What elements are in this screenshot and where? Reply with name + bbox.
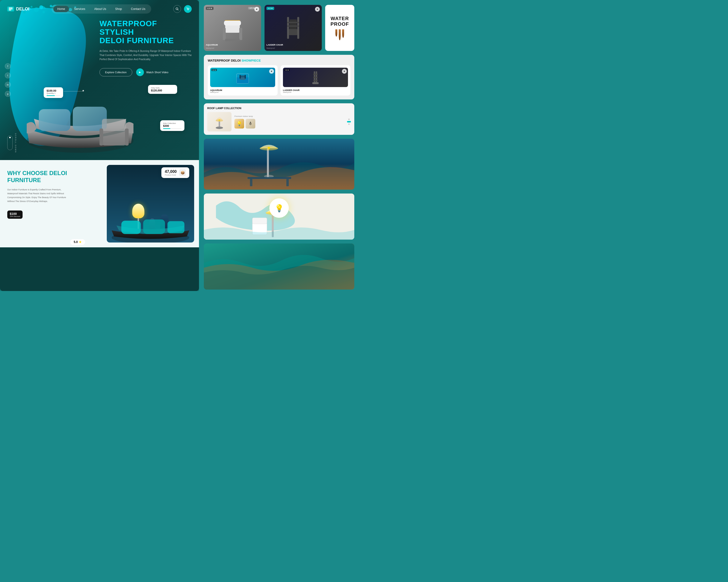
aquarium-svg (235, 70, 250, 85)
ladder-chair-svg (309, 70, 321, 85)
chair1-label: AQUARIUM (206, 44, 218, 46)
showpiece-products: 4.8 ★ ♥ AQUARIUM Waterproof (208, 65, 350, 95)
progress-bar-1 (47, 95, 60, 96)
dot-active (347, 121, 351, 122)
lamp-thumb-1[interactable]: 💡 (234, 119, 244, 129)
scroll-down: SCROLL DOWN (7, 133, 17, 153)
showpiece-section: WATERPROOF DELOI SHOWPIECE (204, 55, 354, 100)
dot-indicators (347, 118, 351, 125)
why-title-main: WHY CHOOSE DELOI (7, 170, 67, 176)
hero-sofa (19, 80, 141, 153)
svg-rect-32 (225, 39, 240, 41)
svg-rect-63 (286, 179, 289, 186)
chair2-heart[interactable]: ♥ (315, 7, 320, 11)
discount-label: 10% Discount (10, 216, 20, 217)
price-card-sofa: $100.00 Quantity 1 (44, 87, 63, 98)
vase-svg (204, 139, 354, 190)
hero-section: f t in p WATERPROOF STYLISH DELOI FURNIT… (0, 0, 199, 160)
svg-rect-25 (121, 221, 141, 234)
why-text-content: WHY CHOOSE DELOI FURNITURE Our Indoor Fu… (7, 170, 75, 203)
watch-video-button[interactable]: ▶ Watch Short Video (136, 68, 168, 76)
vase-section (204, 139, 354, 190)
drip-3 (342, 29, 344, 38)
svg-rect-57 (267, 148, 269, 177)
product-sold-icon: 📦 (179, 169, 186, 176)
scroll-dot (9, 137, 11, 138)
lamp-desc: Premium indoor lamp (234, 115, 344, 117)
drip-decoration (335, 29, 344, 40)
lamp-thumb-2[interactable]: 🕯 (245, 119, 255, 129)
nav-contact[interactable]: Contact Us (127, 6, 149, 12)
only-sofa-label: Only Sofa (151, 87, 162, 89)
watch-label: Watch Short Video (146, 71, 168, 74)
hero-description: At Deloi, We Take Pride In Offering A St… (100, 49, 192, 61)
svg-rect-21 (102, 119, 126, 131)
white-lamp-section: 💡 (204, 194, 354, 240)
cart-button[interactable] (184, 5, 192, 13)
svg-point-53 (216, 127, 223, 129)
chair1-svg (220, 13, 244, 43)
why-title: WHY CHOOSE DELOI FURNITURE (7, 170, 75, 184)
svg-rect-18 (39, 109, 70, 131)
why-title-highlight: FURNITURE (7, 177, 41, 183)
lamp-info: Premium indoor lamp 💡 🕯 (234, 115, 344, 129)
linkedin-icon[interactable]: in (5, 82, 11, 87)
chair1-sublabel: Waterproof (206, 47, 214, 49)
svg-rect-45 (244, 75, 246, 79)
drip-1 (335, 29, 337, 37)
showpiece-title: WATERPROOF DELOI SHOWPIECE (208, 59, 350, 62)
aquarium-heart[interactable]: ♥ (269, 69, 274, 74)
only-sofa-price: $120,000 (151, 89, 162, 92)
logo-icon (7, 6, 14, 11)
svg-rect-22 (100, 129, 103, 145)
chair1-heart[interactable]: ♥ (254, 7, 259, 11)
svg-rect-68 (252, 218, 267, 224)
nav-shop[interactable]: Shop (111, 6, 126, 12)
chair2-svg (282, 15, 304, 41)
nav-home[interactable]: Home (53, 6, 69, 12)
svg-rect-23 (125, 129, 129, 145)
showpiece-title-highlight: SHOWPIECE (241, 59, 261, 62)
hero-title-line1: WATERPROOF STYLISH (100, 19, 157, 36)
aquarium-type: Waterproof (210, 91, 275, 93)
chair-card-1: 4.8 ★ VIP Clients AQUARIUM Waterpro (204, 5, 261, 51)
lamp-collection-section: ROOF LAMP COLLECTION Premium indoor lamp (204, 103, 354, 135)
connector-line (63, 91, 83, 91)
aquarium-img: 4.8 ★ ♥ (210, 68, 275, 87)
nav-services[interactable]: Services (70, 6, 89, 12)
svg-rect-20 (102, 129, 126, 145)
hero-content: WATERPROOF STYLISH DELOI FURNITURE At De… (100, 20, 192, 76)
play-icon: ▶ (136, 68, 144, 76)
lamp-type: Waterproof (283, 91, 348, 93)
twitter-icon[interactable]: t (5, 73, 11, 78)
svg-rect-61 (248, 177, 291, 179)
waterproof-text-card: WATER PROOF (325, 5, 354, 51)
nav-about[interactable]: About Us (90, 6, 110, 12)
svg-rect-1 (9, 9, 12, 9)
svg-point-3 (176, 8, 178, 10)
main-website: DELOI Home Services About Us Shop Contac… (0, 0, 199, 291)
svg-point-59 (268, 147, 270, 149)
lamp-collection-title: ROOF LAMP COLLECTION (207, 107, 351, 110)
product-sold-label: Product Sold (165, 174, 177, 176)
navbar: DELOI Home Services About Us Shop Contac… (0, 0, 199, 18)
svg-point-55 (219, 119, 220, 121)
lamp-product-img (207, 112, 232, 132)
explore-collection-button[interactable]: Explore Collection (100, 68, 132, 76)
only-sofa-content: Only Sofa $120,000 (151, 87, 162, 92)
svg-point-6 (188, 10, 189, 10)
svg-rect-50 (313, 80, 318, 81)
logo-text: DELOI (16, 6, 29, 11)
search-button[interactable] (173, 5, 181, 13)
top-cards-row: 4.8 ★ VIP Clients AQUARIUM Waterpro (204, 5, 354, 51)
right-panel: 4.8 ★ VIP Clients AQUARIUM Waterpro (199, 0, 359, 291)
svg-rect-37 (297, 17, 299, 39)
svg-rect-51 (312, 82, 319, 84)
svg-rect-30 (223, 28, 226, 40)
price-card-only-sofa: Only Sofa $120,000 (148, 85, 177, 94)
logo[interactable]: DELOI (7, 6, 29, 11)
pinterest-icon[interactable]: p (5, 91, 11, 97)
lamp-heart[interactable]: ♥ (342, 69, 347, 74)
facebook-icon[interactable]: f (5, 63, 11, 69)
scroll-text: SCROLL DOWN (15, 133, 17, 153)
